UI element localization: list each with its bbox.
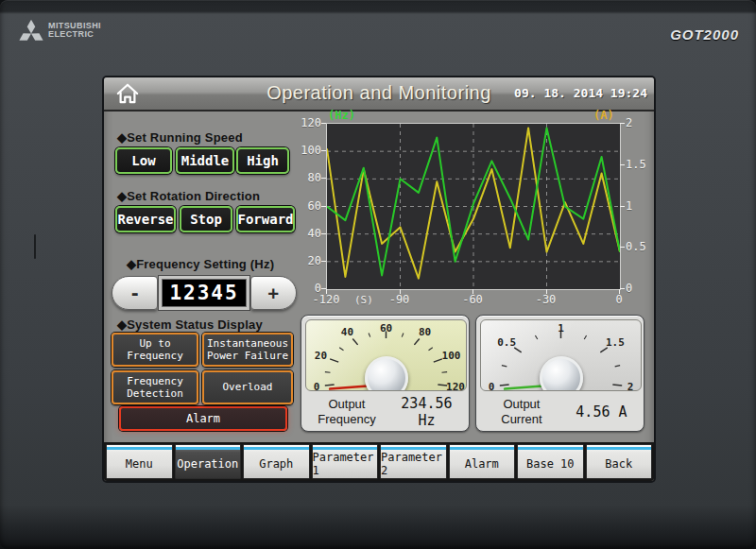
chart-canvas	[327, 124, 620, 289]
x-axis-unit-label: (S)	[354, 294, 373, 306]
output-frequency-gauge: 020406080100120 Output Frequency 234.56 …	[301, 315, 470, 432]
current-gauge-value: 4.56 A	[563, 403, 640, 420]
speed-high-button[interactable]: High	[236, 147, 289, 174]
frequency-display: 12345	[159, 276, 249, 310]
axis-tick	[620, 247, 625, 248]
axis-tick	[620, 123, 625, 124]
gauge-scale-label: 0.5	[497, 336, 516, 349]
brand-line2: ELECTRIC	[48, 30, 101, 39]
gauge-scale-label: 80	[419, 326, 431, 338]
status-up-to-frequency-button[interactable]: Up to Frequency	[112, 333, 198, 367]
gauge-scale-label: 0	[314, 381, 320, 391]
axis-tick	[326, 289, 327, 294]
left-axis-tick: 80	[295, 171, 321, 184]
device-bezel: MITSUBISHI ELECTRIC GOT2000 Operation an…	[0, 0, 756, 549]
output-current-gauge: 00.511.52 Output Current 4.56 A	[475, 315, 644, 432]
axis-tick	[472, 289, 473, 294]
axis-tick	[321, 150, 326, 151]
nav-back-button[interactable]: Back	[586, 444, 653, 479]
x-axis-tick: 0	[600, 293, 638, 306]
rotation-forward-button[interactable]: Forward	[236, 206, 295, 232]
model-badge: GOT2000	[670, 26, 739, 43]
axis-tick	[321, 233, 326, 234]
gauge-scale-label: 100	[442, 350, 461, 362]
navigation-bar: MenuOperationGraphParameter 1Parameter 2…	[104, 442, 654, 481]
frequency-gauge-face: 020406080100120	[305, 319, 467, 391]
header-bar: Operation and Monitoring 09. 18. 2014 19…	[104, 77, 654, 112]
frequency-value: 12345	[169, 282, 238, 304]
rotation-label: ◆Set Rotation Direction	[117, 189, 260, 203]
status-instantaneous-power-failure-button[interactable]: Instantaneous Power Failure	[202, 333, 293, 367]
current-gauge-name: Output Current	[480, 397, 563, 428]
axis-tick	[321, 206, 326, 207]
nav-menu-button[interactable]: Menu	[106, 444, 173, 479]
frequency-gauge-name: Output Frequency	[305, 397, 388, 428]
axis-tick	[620, 164, 625, 165]
alarm-status-button[interactable]: Alarm	[119, 406, 287, 431]
x-axis-tick: -90	[381, 293, 419, 306]
left-axis-title: (Hz)	[328, 109, 355, 122]
nav-alarm-button[interactable]: Alarm	[449, 444, 516, 479]
speed-middle-button[interactable]: Middle	[176, 147, 234, 174]
left-axis-tick: 20	[295, 254, 321, 267]
current-gauge-caption: Output Current 4.56 A	[480, 395, 640, 429]
gauge-scale-label: 120	[446, 381, 465, 391]
left-axis-tick: 60	[295, 199, 321, 213]
frequency-gauge-caption: Output Frequency 234.56 Hz	[305, 395, 465, 429]
axis-tick	[321, 261, 326, 262]
right-axis-tick: 0.5	[626, 240, 646, 253]
chart-plot	[326, 123, 621, 290]
left-axis-tick: 120	[295, 116, 321, 129]
brand-text: MITSUBISHI ELECTRIC	[48, 22, 101, 39]
current-gauge-face: 00.511.52	[480, 319, 642, 391]
right-axis-tick: 1	[626, 199, 632, 213]
axis-tick	[619, 289, 620, 294]
three-diamond-icon	[19, 19, 43, 42]
nav-parameter-2-button[interactable]: Parameter 2	[380, 444, 447, 479]
nav-base-10-button[interactable]: Base 10	[517, 444, 584, 479]
axis-tick	[400, 289, 401, 294]
left-axis-tick: 100	[295, 144, 321, 157]
axis-tick	[321, 178, 326, 179]
nav-operation-button[interactable]: Operation	[175, 444, 242, 479]
speed-low-button[interactable]: Low	[115, 147, 172, 174]
axis-tick	[620, 288, 625, 289]
mitsubishi-logo: MITSUBISHI ELECTRIC	[19, 19, 101, 42]
datetime-display: 09. 18. 2014 19:24	[514, 86, 647, 100]
right-axis-tick: 1.5	[626, 158, 646, 171]
nav-parameter-1-button[interactable]: Parameter 1	[312, 444, 379, 479]
x-axis-tick: -30	[527, 293, 565, 306]
rotation-reverse-button[interactable]: Reverse	[115, 206, 176, 232]
system-status-label: ◆System Status Display	[117, 317, 263, 332]
touchscreen: Operation and Monitoring 09. 18. 2014 19…	[104, 77, 654, 481]
bezel-slit	[34, 234, 36, 259]
frequency-increment-button[interactable]: +	[250, 276, 297, 310]
gauge-scale-label: 60	[380, 322, 392, 335]
x-axis-tick: -120	[307, 293, 345, 306]
status-overload-button[interactable]: Overload	[202, 370, 293, 404]
axis-tick	[620, 206, 625, 207]
nav-graph-button[interactable]: Graph	[243, 444, 310, 479]
trend-chart: 12010080604020021.510.50-120-90-60-300(S…	[293, 115, 654, 314]
running-speed-label: ◆Set Running Speed	[117, 130, 243, 145]
left-axis-tick: 40	[295, 227, 321, 240]
right-axis-tick: 2	[626, 116, 632, 129]
gauge-scale-label: 40	[341, 326, 353, 338]
frequency-setting-label: ◆Frequency Setting (Hz)	[127, 257, 274, 271]
gauge-scale-label: 0	[489, 381, 495, 391]
gauge-scale-label: 20	[315, 350, 327, 362]
rotation-stop-button[interactable]: Stop	[180, 206, 232, 232]
gauge-scale-label: 2	[627, 381, 634, 391]
gauge-scale-label: 1.5	[606, 336, 625, 349]
status-frequency-detection-button[interactable]: Frequency Detection	[112, 370, 198, 404]
x-axis-tick: -60	[454, 293, 491, 306]
axis-tick	[321, 123, 326, 124]
frequency-stepper: - 12345 +	[112, 276, 297, 310]
frequency-gauge-value: 234.56 Hz	[388, 395, 465, 429]
axis-tick	[546, 289, 547, 294]
right-axis-title: (A)	[593, 109, 614, 122]
gauge-scale-label: 1	[558, 322, 564, 335]
frequency-decrement-button[interactable]: -	[112, 276, 158, 310]
